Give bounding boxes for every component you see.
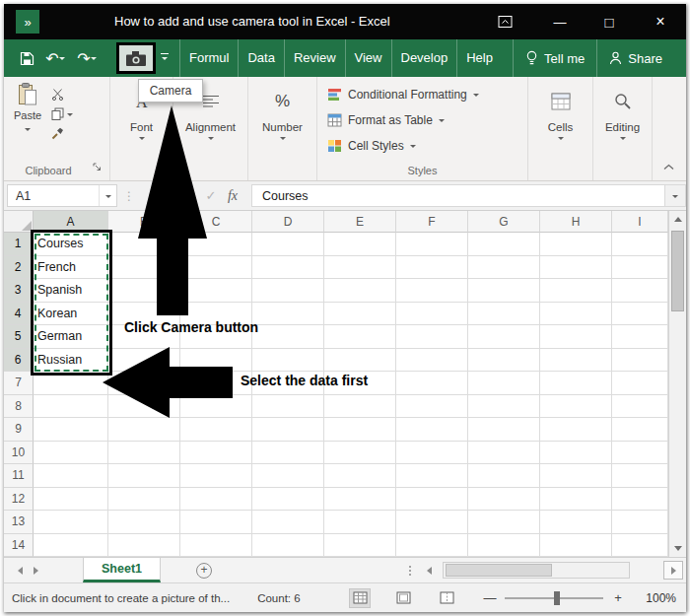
editing-group[interactable]: Editing <box>593 77 653 180</box>
cell-I2[interactable] <box>612 256 668 280</box>
cell-I6[interactable] <box>612 349 668 373</box>
cell-B3[interactable] <box>108 279 180 303</box>
cell-G6[interactable] <box>468 349 540 373</box>
cell-D12[interactable] <box>252 488 324 512</box>
cell-B10[interactable] <box>108 442 180 465</box>
sheet-nav-right-button[interactable] <box>28 567 43 575</box>
cell-G9[interactable] <box>468 418 540 442</box>
cell-C1[interactable] <box>180 233 252 256</box>
cell-A12[interactable] <box>34 488 108 512</box>
cell-D11[interactable] <box>252 464 324 488</box>
cell-G10[interactable] <box>468 442 540 465</box>
cell-F11[interactable] <box>396 464 468 488</box>
cell-I13[interactable] <box>612 511 668 534</box>
ribbon-display-options-button[interactable] <box>485 4 524 39</box>
cell-D5[interactable] <box>252 325 324 349</box>
row-header-1[interactable]: 1 <box>4 233 34 256</box>
column-header-F[interactable]: F <box>396 211 468 233</box>
zoom-level[interactable]: 100% <box>637 591 676 605</box>
column-header-E[interactable]: E <box>324 211 396 233</box>
cell-I4[interactable] <box>612 303 668 326</box>
zoom-out-button[interactable]: — <box>481 590 499 605</box>
add-sheet-button[interactable]: + <box>196 563 212 579</box>
horizontal-scrollbar[interactable] <box>443 562 630 579</box>
cell-C8[interactable] <box>180 395 252 419</box>
save-button[interactable] <box>14 43 39 73</box>
column-header-I[interactable]: I <box>612 211 668 233</box>
tab-review[interactable]: Review <box>284 39 345 77</box>
cell-G12[interactable] <box>468 488 540 512</box>
cell-G2[interactable] <box>468 256 540 280</box>
cell-G5[interactable] <box>468 325 540 349</box>
hscroll-left-button[interactable] <box>421 567 437 575</box>
row-header-4[interactable]: 4 <box>4 303 34 326</box>
cell-E1[interactable] <box>324 233 396 256</box>
horizontal-scroll-thumb[interactable] <box>446 564 552 577</box>
formula-bar-expand-button[interactable] <box>664 184 686 207</box>
cell-E8[interactable] <box>324 395 396 419</box>
cell-I1[interactable] <box>612 233 668 256</box>
cell-G7[interactable] <box>468 372 540 395</box>
column-header-H[interactable]: H <box>540 211 612 233</box>
cell-G11[interactable] <box>468 464 540 488</box>
row-header-8[interactable]: 8 <box>4 395 34 419</box>
cell-D2[interactable] <box>252 256 324 280</box>
cell-I14[interactable] <box>612 534 668 558</box>
cell-I8[interactable] <box>612 395 668 419</box>
cell-G8[interactable] <box>468 395 540 419</box>
cell-F2[interactable] <box>396 256 468 280</box>
number-group[interactable]: % Number <box>248 77 317 180</box>
row-header-12[interactable]: 12 <box>4 488 34 512</box>
cell-E5[interactable] <box>324 325 396 349</box>
page-break-view-button[interactable] <box>436 588 457 608</box>
camera-button[interactable] <box>116 42 156 74</box>
format-as-table-button[interactable]: Format as Table <box>327 110 445 130</box>
cell-F1[interactable] <box>396 233 468 256</box>
cell-I9[interactable] <box>612 418 668 442</box>
cell-F8[interactable] <box>396 395 468 419</box>
cell-H14[interactable] <box>540 534 612 558</box>
cell-F14[interactable] <box>396 534 468 558</box>
cell-F10[interactable] <box>396 442 468 465</box>
format-painter-button[interactable] <box>51 126 73 141</box>
cell-H9[interactable] <box>540 418 612 442</box>
column-header-C[interactable]: C <box>180 211 252 233</box>
cell-D1[interactable] <box>252 233 324 256</box>
undo-button[interactable]: ↶ <box>39 49 71 68</box>
row-header-9[interactable]: 9 <box>4 418 34 442</box>
cell-H13[interactable] <box>540 511 612 534</box>
zoom-slider-handle[interactable] <box>554 591 560 605</box>
cell-B12[interactable] <box>108 488 180 512</box>
cell-H12[interactable] <box>540 488 612 512</box>
row-header-14[interactable]: 14 <box>4 534 34 558</box>
close-button[interactable]: × <box>641 4 680 39</box>
cell-D8[interactable] <box>252 395 324 419</box>
cell-F12[interactable] <box>396 488 468 512</box>
copy-button[interactable] <box>51 106 73 121</box>
vertical-scrollbar[interactable] <box>668 211 686 557</box>
cell-B1[interactable] <box>108 233 180 256</box>
cut-button[interactable] <box>51 87 73 102</box>
row-header-13[interactable]: 13 <box>4 511 34 534</box>
enter-button[interactable]: ✓ <box>200 188 222 203</box>
cell-H4[interactable] <box>540 303 612 326</box>
cancel-button[interactable]: × <box>178 188 200 203</box>
tell-me-button[interactable]: Tell me <box>513 39 596 77</box>
cell-F4[interactable] <box>396 303 468 326</box>
cell-C2[interactable] <box>180 256 252 280</box>
cell-B9[interactable] <box>108 418 180 442</box>
page-layout-view-button[interactable] <box>392 588 414 608</box>
row-header-2[interactable]: 2 <box>4 256 34 280</box>
redo-button[interactable]: ↷ <box>71 49 103 68</box>
vertical-scroll-thumb[interactable] <box>671 231 684 311</box>
cell-E11[interactable] <box>324 464 396 488</box>
row-header-5[interactable]: 5 <box>4 325 34 349</box>
cell-H10[interactable] <box>540 442 612 465</box>
cell-C6[interactable] <box>180 349 252 373</box>
cell-I5[interactable] <box>612 325 668 349</box>
scroll-down-button[interactable] <box>669 540 686 557</box>
cell-D9[interactable] <box>252 418 324 442</box>
maximize-button[interactable]: □ <box>589 4 629 39</box>
cell-H6[interactable] <box>540 349 612 373</box>
cell-E4[interactable] <box>324 303 396 326</box>
